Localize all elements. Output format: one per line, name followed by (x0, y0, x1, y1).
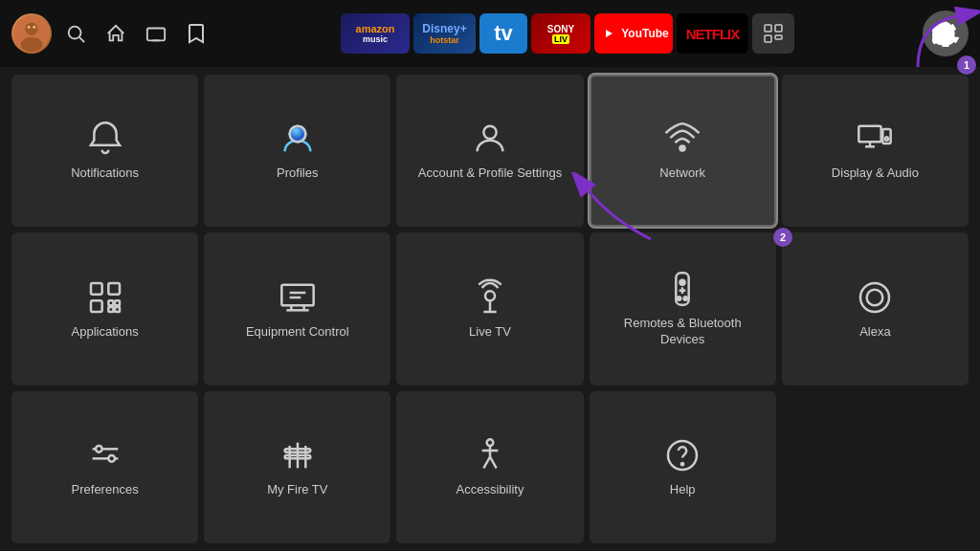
svg-point-47 (678, 297, 680, 299)
svg-point-66 (681, 463, 683, 465)
svg-rect-27 (91, 283, 102, 295)
all-apps-button[interactable] (752, 13, 794, 54)
bell-icon (86, 120, 124, 158)
svg-rect-30 (108, 300, 113, 305)
alexa-icon (856, 278, 894, 317)
applications-cell[interactable]: Applications (11, 232, 198, 385)
settings-button[interactable] (923, 11, 969, 56)
equipment-control-cell[interactable]: Equipment Control (204, 232, 390, 385)
svg-point-26 (885, 138, 888, 141)
svg-line-63 (483, 457, 490, 469)
account-icon (471, 120, 509, 158)
svg-rect-22 (859, 126, 881, 143)
notifications-cell[interactable]: Notifications (11, 75, 198, 227)
remotes-label: Remotes & Bluetooth Devices (601, 316, 765, 348)
search-icon[interactable] (59, 17, 92, 50)
avatar[interactable] (11, 13, 52, 54)
netflix-app[interactable]: NETFLIX (677, 13, 748, 54)
svg-rect-33 (115, 307, 120, 312)
my-fire-tv-label: My Fire TV (267, 482, 327, 498)
topbar: amazon music Disney+ hotstar tv SONY LIV… (0, 0, 980, 67)
svg-point-44 (680, 280, 685, 285)
svg-rect-14 (775, 35, 782, 39)
svg-rect-7 (147, 29, 165, 41)
remotes-bluetooth-cell[interactable]: Remotes & Bluetooth Devices (590, 232, 776, 385)
svg-rect-11 (765, 25, 771, 32)
svg-point-19 (289, 126, 305, 143)
notifications-label: Notifications (71, 165, 139, 182)
disney-hotstar-app[interactable]: Disney+ hotstar (413, 13, 476, 54)
svg-point-40 (485, 291, 495, 300)
my-fire-tv-cell[interactable]: My Fire TV (204, 391, 390, 543)
svg-rect-34 (281, 284, 313, 305)
live-tv-label: Live TV (469, 324, 511, 341)
accessibility-label: Accessibility (457, 482, 524, 498)
preferences-label: Preferences (72, 482, 139, 498)
tv-icon[interactable] (140, 17, 172, 50)
live-tv-cell[interactable]: Live TV (396, 232, 583, 385)
sony-liv-app[interactable]: SONY LIV (531, 13, 590, 54)
svg-point-60 (487, 439, 494, 446)
help-icon (663, 436, 702, 474)
annotation-badge-1: 1 (957, 55, 976, 75)
svg-point-50 (867, 289, 883, 305)
svg-point-4 (33, 26, 35, 29)
equipment-control-label: Equipment Control (246, 324, 349, 341)
svg-point-54 (108, 455, 115, 462)
monitor-speaker-icon (856, 120, 894, 158)
wifi-icon (663, 120, 702, 158)
svg-rect-12 (775, 25, 782, 32)
amazon-music-app[interactable]: amazon music (341, 13, 410, 54)
svg-rect-31 (115, 300, 120, 305)
svg-rect-28 (108, 283, 120, 295)
svg-point-2 (21, 37, 43, 52)
svg-line-64 (490, 457, 497, 469)
sliders-icon (86, 436, 124, 474)
network-cell[interactable]: Network (590, 75, 776, 227)
svg-line-6 (79, 37, 84, 42)
svg-point-5 (69, 27, 81, 39)
apps-grid-icon (86, 278, 124, 317)
accessibility-icon (471, 436, 509, 474)
help-cell[interactable]: Help (590, 391, 776, 543)
antenna-icon (471, 278, 509, 317)
svg-point-20 (483, 126, 496, 139)
profiles-icon (278, 120, 317, 158)
monitor-icon (278, 278, 317, 317)
profiles-cell[interactable]: Profiles (204, 75, 390, 227)
profiles-label: Profiles (277, 165, 318, 182)
empty-cell (782, 391, 969, 543)
youtube-app[interactable]: YouTube (594, 13, 673, 54)
network-label: Network (659, 165, 705, 182)
annotation-badge-2: 2 (773, 228, 792, 247)
help-label: Help (670, 482, 696, 498)
account-profile-cell[interactable]: Account & Profile Settings (396, 75, 583, 227)
alexa-cell[interactable]: Alexa (782, 232, 969, 385)
display-audio-cell[interactable]: Display & Audio (782, 75, 969, 227)
settings-grid: Notifications Profiles Account & Profile… (0, 67, 980, 551)
svg-point-21 (680, 146, 685, 151)
applications-label: Applications (72, 324, 139, 341)
svg-rect-13 (765, 35, 771, 42)
tv-app[interactable]: tv (479, 13, 527, 54)
fire-tv-icon (278, 436, 317, 474)
svg-point-1 (25, 23, 37, 35)
bookmark-icon[interactable] (180, 17, 212, 50)
account-label: Account & Profile Settings (418, 165, 562, 182)
svg-rect-32 (108, 307, 113, 312)
svg-rect-29 (91, 300, 102, 312)
svg-point-53 (96, 446, 102, 452)
app-shortcuts: amazon music Disney+ hotstar tv SONY LIV… (220, 13, 915, 54)
svg-point-48 (684, 297, 687, 299)
preferences-cell[interactable]: Preferences (11, 391, 198, 543)
svg-point-49 (860, 283, 889, 312)
home-icon[interactable] (100, 17, 132, 50)
svg-point-3 (28, 26, 31, 29)
remote-icon (663, 270, 702, 308)
display-audio-label: Display & Audio (832, 165, 919, 182)
alexa-label: Alexa (859, 324, 891, 341)
accessibility-cell[interactable]: Accessibility (396, 391, 583, 543)
